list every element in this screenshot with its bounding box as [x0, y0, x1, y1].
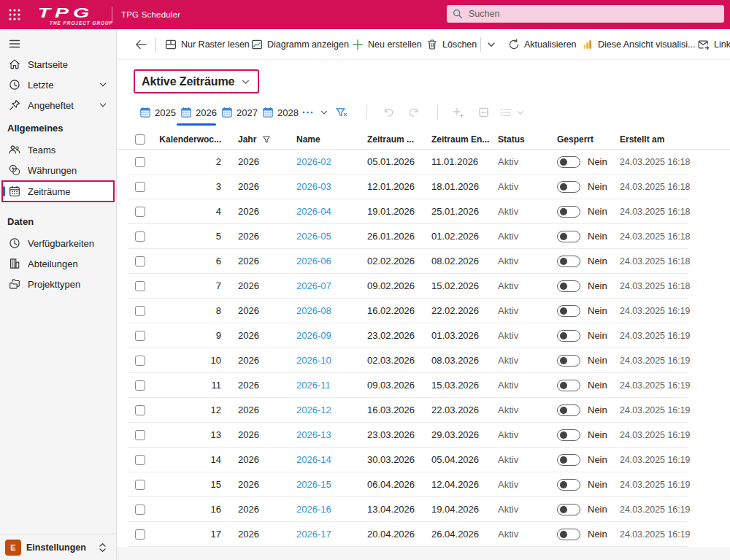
table-row[interactable]: 14 2026 2026-14 30.03.2026 05.04.2026 Ak…	[128, 448, 688, 472]
table-row[interactable]: 8 2026 2026-08 16.02.2026 22.02.2026 Akt…	[128, 299, 688, 323]
lock-toggle[interactable]	[557, 529, 580, 540]
table-row[interactable]: 6 2026 2026-06 02.02.2026 08.02.2026 Akt…	[128, 249, 688, 274]
column-header-zeitraum-ende[interactable]: Zeitraum En...	[424, 134, 491, 145]
lock-toggle[interactable]	[557, 355, 580, 367]
refresh-button[interactable]: Aktualisieren	[508, 39, 577, 50]
record-link[interactable]: 2026-04	[296, 206, 331, 217]
new-record-button[interactable]: Neu erstellen	[352, 39, 422, 50]
row-checkbox[interactable]	[135, 182, 145, 192]
column-header-jahr[interactable]: Jahr	[231, 134, 289, 145]
environment-switcher[interactable]: E Einstellungen	[0, 534, 116, 560]
lock-toggle[interactable]	[557, 231, 580, 242]
lock-toggle[interactable]	[557, 404, 580, 416]
more-tabs-button[interactable]	[301, 107, 328, 118]
sidebar-item-projekttypen[interactable]: Projekttypen	[0, 274, 116, 294]
lock-toggle[interactable]	[557, 181, 580, 193]
table-row[interactable]: 15 2026 2026-15 06.04.2026 12.04.2026 Ak…	[128, 472, 688, 497]
table-row[interactable]: 17 2026 2026-17 20.04.2026 26.04.2026 Ak…	[128, 522, 688, 547]
record-link[interactable]: 2026-06	[296, 256, 331, 266]
record-link[interactable]: 2026-14	[296, 454, 331, 465]
record-link[interactable]: 2026-03	[296, 181, 331, 192]
lock-toggle[interactable]	[557, 380, 580, 391]
lock-toggle[interactable]	[557, 280, 580, 292]
column-header-name[interactable]: Name	[289, 134, 360, 145]
record-link[interactable]: 2026-15	[296, 479, 331, 490]
sidebar-item-startseite[interactable]: Startseite	[0, 54, 116, 74]
table-row[interactable]: 11 2026 2026-11 09.03.2026 15.03.2026 Ak…	[128, 373, 688, 398]
tab-2025[interactable]: 2025	[135, 99, 176, 126]
redo-button[interactable]	[407, 107, 420, 118]
back-button[interactable]	[134, 39, 147, 50]
row-checkbox[interactable]	[135, 405, 145, 415]
clear-filter-button[interactable]	[335, 107, 348, 118]
table-row[interactable]: 4 2026 2026-04 19.01.2026 25.01.2026 Akt…	[128, 199, 688, 224]
table-row[interactable]: 2 2026 2026-02 05.01.2026 11.01.2026 Akt…	[128, 150, 688, 174]
row-checkbox[interactable]	[135, 455, 145, 465]
table-row[interactable]: 12 2026 2026-12 16.03.2026 22.03.2026 Ak…	[128, 398, 688, 423]
collapse-button[interactable]	[477, 107, 491, 118]
column-header-zeitraum-start[interactable]: Zeitraum ...	[360, 134, 424, 145]
row-checkbox[interactable]	[135, 480, 145, 490]
delete-button[interactable]: Löschen	[426, 39, 477, 50]
lock-toggle[interactable]	[557, 429, 580, 441]
row-checkbox[interactable]	[135, 157, 145, 167]
view-selector[interactable]: Aktive Zeiträume	[134, 69, 259, 93]
column-header-erstellt-am[interactable]: Erstellt am	[612, 134, 688, 145]
add-row-button[interactable]	[452, 107, 465, 118]
sidebar-item-waehrungen[interactable]: Währungen	[0, 160, 116, 180]
commandbar-overflow-button[interactable]	[486, 39, 496, 50]
show-chart-button[interactable]: Diagramm anzeigen	[251, 39, 349, 50]
sidebar-item-abteilungen[interactable]: Abteilungen	[0, 253, 116, 274]
undo-button[interactable]	[382, 107, 395, 118]
global-search[interactable]	[447, 5, 724, 23]
column-header-status[interactable]: Status	[491, 134, 550, 145]
column-header-kalenderwoche[interactable]: Kalenderwoc...	[159, 134, 231, 145]
email-link-button[interactable]: Link	[697, 39, 730, 50]
app-launcher-button[interactable]	[0, 0, 29, 29]
tab-2027[interactable]: 2027	[217, 99, 258, 126]
row-checkbox[interactable]	[135, 356, 145, 366]
tab-2026[interactable]: 2026	[176, 99, 217, 126]
table-row[interactable]: 7 2026 2026-07 09.02.2026 15.02.2026 Akt…	[128, 274, 688, 299]
lock-toggle[interactable]	[557, 504, 580, 515]
table-row[interactable]: 16 2026 2026-16 13.04.2026 19.04.2026 Ak…	[128, 497, 688, 522]
record-link[interactable]: 2026-08	[296, 305, 331, 316]
column-header-gesperrt[interactable]: Gesperrt	[550, 134, 612, 145]
record-link[interactable]: 2026-16	[296, 504, 331, 515]
record-link[interactable]: 2026-09	[296, 330, 331, 341]
table-row[interactable]: 13 2026 2026-13 23.03.2026 29.03.2026 Ak…	[128, 423, 688, 448]
lock-toggle[interactable]	[557, 206, 580, 218]
record-link[interactable]: 2026-07	[296, 280, 331, 291]
lock-toggle[interactable]	[557, 479, 580, 491]
select-all-checkbox[interactable]	[135, 134, 145, 145]
row-checkbox[interactable]	[135, 505, 145, 515]
table-row[interactable]: 5 2026 2026-05 26.01.2026 01.02.2026 Akt…	[128, 224, 688, 249]
sidebar-item-verfuegbarkeiten[interactable]: Verfügbarkeiten	[0, 233, 116, 253]
sitemap-toggle-button[interactable]	[3, 34, 26, 54]
row-checkbox[interactable]	[135, 256, 145, 266]
record-link[interactable]: 2026-10	[296, 355, 331, 366]
sidebar-item-teams[interactable]: Teams	[0, 139, 116, 160]
search-input[interactable]	[469, 9, 688, 19]
row-checkbox[interactable]	[135, 306, 145, 316]
lock-toggle[interactable]	[557, 256, 580, 267]
record-link[interactable]: 2026-02	[296, 156, 331, 167]
record-link[interactable]: 2026-05	[296, 231, 331, 242]
table-row[interactable]: 9 2026 2026-09 23.02.2026 01.03.2026 Akt…	[128, 323, 688, 348]
visualize-view-button[interactable]: Diese Ansicht visualisi...	[582, 39, 695, 50]
lock-toggle[interactable]	[557, 156, 580, 168]
lock-toggle[interactable]	[557, 330, 580, 342]
sidebar-item-zeitraeume[interactable]: Zeiträume	[1, 180, 115, 202]
row-checkbox[interactable]	[135, 430, 145, 440]
row-checkbox[interactable]	[135, 331, 145, 341]
row-checkbox[interactable]	[135, 380, 145, 391]
record-link[interactable]: 2026-13	[296, 429, 331, 440]
row-checkbox[interactable]	[135, 207, 145, 217]
row-height-button[interactable]	[499, 107, 525, 118]
record-link[interactable]: 2026-12	[296, 404, 331, 415]
record-link[interactable]: 2026-17	[296, 529, 331, 540]
row-checkbox[interactable]	[135, 529, 145, 540]
read-only-grid-button[interactable]: Nur Raster lesen	[165, 39, 250, 50]
lock-toggle[interactable]	[557, 454, 580, 466]
sidebar-item-angeheftet[interactable]: Angeheftet	[0, 95, 116, 115]
